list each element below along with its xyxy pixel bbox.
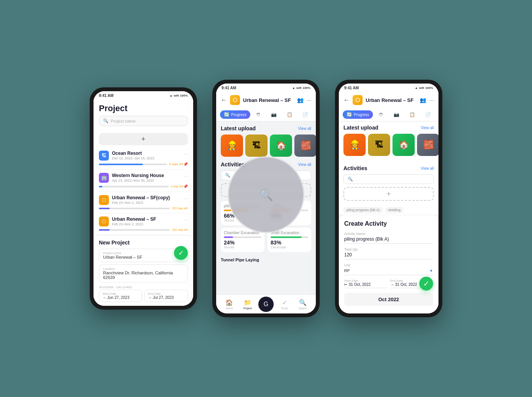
latest-upload-viewall-2[interactable]: View all [298, 126, 311, 131]
project-name-urban: Urban Renewal – SF [112, 217, 183, 222]
project-item-urban[interactable]: ⬡ Urban Renewal – SF Feb 23–Nov 2, 2023 … [99, 213, 188, 235]
tunnel-activity-title: Tunnel Pipe Laying [221, 255, 311, 264]
tab-progress-2[interactable]: 🔄 Progress [220, 110, 250, 119]
photo-thumb-3-2[interactable]: 🏗 [368, 134, 390, 156]
confirm-fab-1[interactable]: ✓ [174, 246, 188, 260]
tab-doc-3[interactable]: 📄 [421, 110, 435, 119]
photo-thumb-3-1[interactable]: 👷 [343, 134, 366, 156]
photo-thumb-3-3[interactable]: 🏠 [392, 134, 415, 156]
unit-select-arrow: ▼ [429, 269, 433, 273]
phone1-main: Project 🔍 Project name + 🏗 Ocean Resort [94, 100, 193, 306]
activity-start-date-field[interactable]: Start Date ⊢ 31 Oct, 2022 [344, 279, 387, 288]
progress-fill-urban [99, 229, 110, 231]
dots-menu-urban-copy[interactable]: ··· [183, 195, 188, 201]
start-date-field[interactable]: Start Date → Jun 27, 2023 [99, 290, 142, 302]
project-location-field[interactable]: Location Ranchview Dr. Richardson, Calif… [99, 264, 188, 282]
latest-upload-title-3: Latest upload [343, 125, 378, 131]
progress-fill-ocean [99, 164, 143, 165]
new-project-form-title: New Project [99, 240, 188, 246]
activities-viewall-2[interactable]: View all [298, 162, 311, 167]
activities-header-section-3: Activities View all 🔍 + [339, 163, 438, 205]
safety-tab-icon-2: ⛑ [256, 112, 261, 117]
partial-activity-piling[interactable]: piling progress (blk A) [343, 207, 383, 213]
project-item-urban-copy[interactable]: ⬡ Urban Renewal – SF(copy) Feb 23–Nov 2,… [99, 192, 188, 213]
confirm-fab-3[interactable]: ✓ [419, 277, 433, 290]
activity-name-value: piling progress (Blk A) [344, 236, 433, 244]
activity-name-field[interactable]: Activity Name piling progress (Blk A) [344, 232, 433, 244]
tab-report-3[interactable]: 📋 [406, 110, 419, 119]
shaft-detail: 136.9/165b [271, 246, 308, 249]
activities-header-3: Activities View all [343, 165, 434, 171]
photo-thumb-4[interactable]: 🧱 [294, 135, 316, 157]
tab-safety-2[interactable]: ⛑ [253, 110, 265, 119]
project-location-value: Ranchview Dr. Richardson, California 626… [103, 271, 184, 280]
photo-thumb-1[interactable]: 👷 [221, 135, 243, 157]
nav-fab-2[interactable]: G [258, 297, 274, 312]
photo-thumb-2[interactable]: 🏗 [245, 135, 268, 157]
project-date-ocean: Dec 12, 2022–Jan 15, 2023 [112, 156, 183, 160]
project-coords: 30.019394, -100.214601 [99, 285, 188, 290]
tab-safety-3[interactable]: ⛑ [375, 110, 388, 119]
nav-search-2[interactable]: 🔍 Search [294, 299, 312, 310]
add-project-button[interactable]: + [99, 133, 188, 145]
more-icon-3[interactable]: ··· [429, 97, 434, 103]
project-info-urban-copy: Urban Renewal – SF(copy) Feb 23–Nov 2, 2… [112, 195, 183, 205]
tab-progress-3[interactable]: 🔄 Progress [343, 110, 373, 119]
end-date-field[interactable]: End Date → Jul 27, 2023 [144, 290, 188, 302]
partial-activity-welding[interactable]: Welding [385, 207, 404, 213]
add-activity-button-3[interactable]: + [343, 187, 434, 201]
status-time-2: 9:41 AM [222, 86, 236, 90]
nav-todo-2[interactable]: ✓ To-do [275, 299, 294, 310]
phone-3-screen: 9:41 AM ▲ wifi 100% ← ⬡ Urban Renewal – … [339, 84, 438, 313]
more-icon-2[interactable]: ··· [307, 97, 311, 103]
todo-nav-icon-2: ✓ [282, 299, 287, 306]
status-time-1: 9:41 AM [99, 94, 113, 98]
project-icon-ocean: 🏗 [99, 151, 109, 161]
project-dates-row: Start Date → Jun 27, 2023 End Date → Jul… [99, 290, 188, 302]
status-bar-2: 9:41 AM ▲ wifi 100% [216, 84, 316, 92]
shaft-progress-bar [271, 236, 308, 238]
activity-name-label: Activity Name [344, 232, 433, 236]
photo-thumb-3-4[interactable]: 🧱 [417, 134, 438, 156]
tab-bar-3: 🔄 Progress ⛑ 📷 📋 📄 [339, 108, 438, 121]
battery-icon-2: 100% [303, 86, 310, 90]
tab-report-2[interactable]: 📋 [283, 110, 296, 119]
progress-tab-icon-2: 🔄 [224, 112, 230, 117]
activities-partial-row: piling progress (blk A) Welding [339, 205, 438, 215]
project-item-nursing[interactable]: 🏢 Western Nursing House Apr 23, 2022–Nov… [99, 170, 188, 192]
activities-title-3: Activities [343, 165, 367, 171]
share-icon-3[interactable]: 👥 [420, 97, 426, 103]
project-item-ocean-resort[interactable]: 🏗 Ocean Resort Dec 12, 2022–Jan 15, 2023… [99, 148, 188, 170]
activities-search-3[interactable]: 🔍 [343, 174, 434, 184]
back-button-2[interactable]: ← [221, 97, 227, 103]
tab-photo-2[interactable]: 📷 [267, 110, 281, 119]
search-icon-1: 🔍 [103, 118, 108, 123]
back-button-3[interactable]: ← [343, 97, 350, 103]
create-activity-title: Create Activity [344, 220, 433, 227]
oct-badge-area: Oct 2022 [344, 293, 433, 306]
dots-menu-nursing[interactable]: ··· [183, 173, 188, 179]
search-icon-activities-3: 🔍 [348, 177, 353, 182]
photo-row-2: 👷 🏗 🏠 🧱 [221, 135, 311, 157]
activities-viewall-3[interactable]: View all [421, 166, 434, 171]
share-icon-2[interactable]: 👥 [297, 97, 304, 103]
unit-select-value: m² [344, 268, 350, 273]
phone-2: 9:41 AM ▲ wifi 100% ← ⬡ Urban Renewal – … [212, 80, 320, 317]
search-icon-activities-2: 🔍 [225, 173, 230, 178]
latest-upload-viewall-3[interactable]: View all [421, 126, 434, 130]
dots-menu-urban[interactable]: ··· [183, 217, 188, 223]
photo-thumb-3[interactable]: 🏠 [270, 135, 292, 157]
tab-doc-2[interactable]: 📄 [299, 110, 312, 119]
logo-char-2: ⬡ [233, 97, 237, 103]
unit-field[interactable]: Unit m² ▼ [344, 263, 433, 275]
photo-tab-icon-3: 📷 [394, 112, 399, 117]
doc-tab-icon-3: 📄 [425, 112, 431, 117]
unit-select[interactable]: m² ▼ [344, 268, 433, 275]
dots-menu-ocean[interactable]: ··· [183, 151, 188, 157]
nav-project-2[interactable]: 📁 Project [238, 299, 257, 310]
nav-home-2[interactable]: 🏠 Home [220, 299, 238, 310]
total-qty-field[interactable]: Total Qty 120 [344, 248, 433, 259]
search-bar-1[interactable]: 🔍 Project name [99, 116, 188, 126]
project-list: 🏗 Ocean Resort Dec 12, 2022–Jan 15, 2023… [94, 148, 193, 235]
tab-photo-3[interactable]: 📷 [390, 110, 403, 119]
